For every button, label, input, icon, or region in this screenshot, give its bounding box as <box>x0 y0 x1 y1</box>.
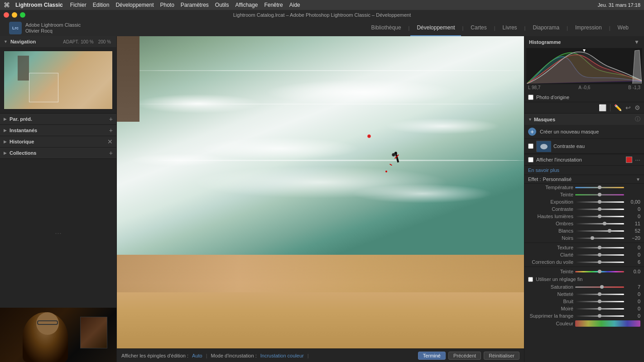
tab-livres[interactable]: Livres <box>496 20 524 36</box>
snapshots-header[interactable]: ▶ Instantanés + <box>0 125 116 136</box>
crop-icon[interactable]: ⬜ <box>599 104 606 111</box>
teinte-thumb[interactable] <box>598 193 601 196</box>
contraste-track[interactable] <box>575 209 624 210</box>
correction-voile-thumb[interactable] <box>598 260 601 264</box>
create-mask-button[interactable]: + Créer un nouveau masque <box>524 125 644 139</box>
saturation-thumb[interactable] <box>600 285 604 289</box>
blancs-thumb[interactable] <box>608 229 611 233</box>
afficher-epingles-value[interactable]: Auto <box>192 353 202 358</box>
fullscreen-button[interactable] <box>20 12 25 18</box>
masques-info-icon[interactable]: ⓘ <box>635 115 640 123</box>
brand-line2: Olivier Rocq <box>25 28 81 34</box>
noirs-track[interactable] <box>575 238 624 239</box>
exposition-track[interactable] <box>575 201 624 203</box>
nav-separator: | <box>408 20 411 36</box>
supprimer-frange-thumb[interactable] <box>598 314 601 318</box>
moire-thumb[interactable] <box>598 307 601 310</box>
menu-developpement[interactable]: Développement <box>115 2 154 8</box>
mask-icon[interactable]: ↩ <box>625 104 631 111</box>
ombres-track[interactable] <box>575 223 624 224</box>
tab-impression[interactable]: Impression <box>569 20 608 36</box>
teinte-track[interactable] <box>575 194 624 195</box>
teinte-hsl-track[interactable] <box>575 271 624 272</box>
texture-thumb[interactable] <box>598 246 601 249</box>
en-savoir-link[interactable]: En savoir plus <box>528 167 559 173</box>
menu-affichage[interactable]: Affichage <box>235 2 258 8</box>
ombres-thumb[interactable] <box>603 222 606 225</box>
tab-diaporama[interactable]: Diaporama <box>526 20 566 36</box>
afficher-epingles-label: Afficher les épingles d'édition : <box>121 353 188 358</box>
menu-outils[interactable]: Outils <box>215 2 229 8</box>
heal-icon[interactable]: ✏️ <box>614 104 622 111</box>
masques-header[interactable]: ▼ Masques ⓘ <box>524 114 644 125</box>
temperature-label: Température <box>528 185 573 190</box>
blancs-track[interactable] <box>575 230 624 232</box>
bruit-label: Bruit <box>528 299 573 304</box>
correction-voile-track[interactable] <box>575 262 624 263</box>
incrustation-row: Afficher l'incrustation ··· <box>524 154 644 166</box>
saturation-track[interactable] <box>575 286 624 288</box>
presets-header[interactable]: ▶ Par. préd. + <box>0 114 116 124</box>
nettete-track[interactable] <box>575 294 624 295</box>
presets-add-button[interactable]: + <box>109 115 113 123</box>
incrustation-color-swatch[interactable] <box>626 157 632 163</box>
history-header[interactable]: ▶ Historique ✕ <box>0 136 116 147</box>
nav-viewport-rect <box>29 73 58 102</box>
menu-edition[interactable]: Edition <box>93 2 110 8</box>
history-clear-button[interactable]: ✕ <box>107 138 113 145</box>
incrustation-menu-dots[interactable]: ··· <box>635 156 640 163</box>
reinitialiser-button[interactable]: Réinitialiser <box>484 352 519 360</box>
tab-cartes[interactable]: Cartes <box>464 20 493 36</box>
supprimer-frange-track[interactable] <box>575 315 624 317</box>
hautes-lumieres-track[interactable] <box>575 216 624 217</box>
snapshots-add-button[interactable]: + <box>109 127 113 134</box>
menu-parametres[interactable]: Paramètres <box>181 2 209 8</box>
texture-track[interactable] <box>575 247 624 248</box>
tab-developpement[interactable]: Développement <box>410 20 461 36</box>
mode-incrustation-value[interactable]: Incrustation couleur <box>260 353 304 358</box>
precedent-button[interactable]: Précédent <box>448 352 481 360</box>
menu-fichier[interactable]: Fichier <box>70 2 87 8</box>
incrustation-checkbox[interactable] <box>528 157 533 162</box>
clarte-track[interactable] <box>575 254 624 256</box>
traffic-lights[interactable] <box>4 12 25 18</box>
tab-bibliotheque[interactable]: Bibliothèque <box>365 20 408 36</box>
noirs-thumb[interactable] <box>591 236 594 240</box>
zoom2-label[interactable]: 200 % <box>98 39 111 44</box>
menu-photo[interactable]: Photo <box>160 2 174 8</box>
supprimer-frange-value: 0 <box>626 313 640 319</box>
menu-fenetre[interactable]: Fenêtre <box>264 2 283 8</box>
slider-noirs: Noirs −20 <box>524 234 644 242</box>
bruit-thumb[interactable] <box>598 300 601 303</box>
collections-add-button[interactable]: + <box>109 149 113 157</box>
menu-aide[interactable]: Aide <box>289 2 300 8</box>
collections-header[interactable]: ▶ Collections + <box>0 148 116 158</box>
moire-track[interactable] <box>575 308 624 310</box>
termine-button[interactable]: Terminé <box>418 352 446 360</box>
photo-origine-checkbox[interactable] <box>528 95 533 100</box>
temperature-thumb[interactable] <box>598 186 601 189</box>
couleur-gradient <box>575 320 640 327</box>
mask-checkbox-1[interactable] <box>528 143 533 149</box>
mask-name-1: Contraste eau <box>553 143 640 149</box>
hautes-lumieres-thumb[interactable] <box>598 214 601 218</box>
clarte-value: 0 <box>626 252 640 257</box>
bruit-track[interactable] <box>575 301 624 302</box>
teinte-hsl-thumb[interactable] <box>598 270 601 273</box>
nettete-thumb[interactable] <box>598 292 601 296</box>
brand-line1: Adobe Lightroom Classic <box>25 22 81 28</box>
settings-icon[interactable]: ⚙ <box>634 104 640 111</box>
close-button[interactable] <box>4 12 9 18</box>
navigation-header[interactable]: ▼ Navigation ADAPT. 100 % 200 % <box>0 36 116 47</box>
minimize-button[interactable] <box>12 12 17 18</box>
edit-pin-red[interactable] <box>367 134 371 138</box>
temperature-track[interactable] <box>575 187 624 188</box>
effet-dropdown-arrow[interactable]: ▼ <box>636 177 640 182</box>
histogram-expand-icon[interactable]: ▼ <box>634 39 639 45</box>
utiliser-reglage-checkbox[interactable] <box>528 277 533 282</box>
contraste-thumb[interactable] <box>598 207 601 211</box>
clarte-thumb[interactable] <box>598 253 601 257</box>
exposition-thumb[interactable] <box>598 200 601 204</box>
tab-web[interactable]: Web <box>611 20 635 36</box>
zoom1-label[interactable]: 100 % <box>81 39 93 44</box>
